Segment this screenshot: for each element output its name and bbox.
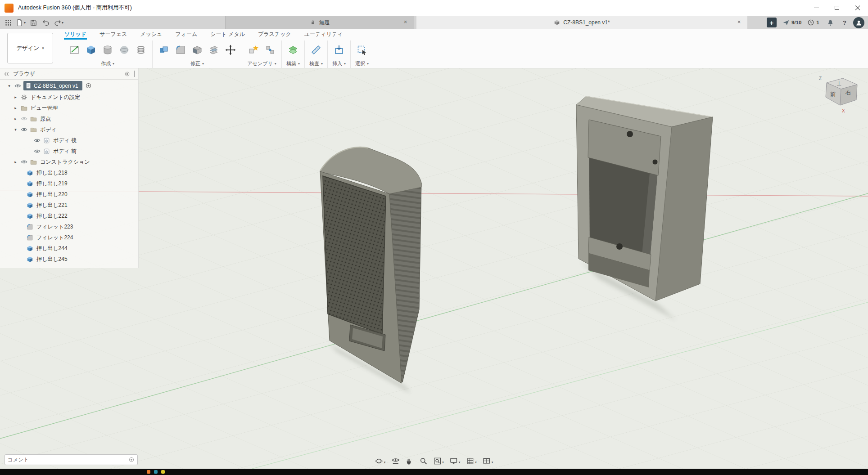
tab-mesh[interactable]: メッシュ [140, 30, 163, 40]
select-icon[interactable] [355, 43, 369, 57]
extension-timer[interactable]: 1 [807, 19, 819, 26]
feature-fillet-224[interactable]: フィレット224 [0, 232, 138, 243]
offset-face-icon[interactable] [207, 43, 221, 57]
active-document-chip[interactable]: CZ-8BS1_open v1 [23, 81, 82, 90]
tab-cz-8bs1-open[interactable]: CZ-8BS1_open v1* × [416, 16, 747, 29]
inspect-menu[interactable]: 検査▾ [309, 60, 323, 67]
tab-solid[interactable]: ソリッド [64, 30, 87, 40]
tree-item-bodies[interactable]: ▾ ボディ [0, 124, 138, 135]
create-sketch-icon[interactable] [68, 43, 81, 57]
display-settings-button[interactable]: ▾ [449, 456, 461, 466]
browser-root-node[interactable]: ▾ CZ-8BS1_open v1 [0, 80, 138, 92]
app-grid-icon[interactable] [3, 17, 14, 28]
comment-input[interactable] [8, 457, 128, 462]
new-design-tab-button[interactable]: + [767, 18, 777, 27]
cylinder-primitive-icon[interactable] [101, 43, 114, 57]
view-cube[interactable]: Z 上 前 右 X [817, 74, 862, 119]
pan-button[interactable] [404, 456, 414, 466]
tab-utilities[interactable]: ユーティリティ [304, 30, 344, 40]
tab-surface[interactable]: サーフェス [99, 30, 127, 40]
workspace-selector[interactable]: デザイン ▾ [7, 33, 53, 63]
visibility-eye-icon[interactable] [19, 117, 29, 121]
fillet-icon[interactable] [174, 43, 187, 57]
feature-extrude-218[interactable]: 押し出し218 [0, 167, 138, 178]
tab-close-icon[interactable]: × [402, 18, 409, 26]
feature-extrude-219[interactable]: 押し出し219 [0, 178, 138, 189]
look-at-button[interactable] [390, 456, 400, 466]
tab-untitled[interactable]: 無題 × [225, 16, 414, 29]
move-copy-icon[interactable] [224, 43, 237, 57]
feature-extrude-221[interactable]: 押し出し221 [0, 200, 138, 211]
modify-menu[interactable]: 修正▾ [190, 60, 204, 67]
tree-item-construction[interactable]: ▸ コンストラクション [0, 157, 138, 167]
visibility-eye-icon[interactable] [32, 138, 42, 143]
redo-button[interactable]: ▾ [53, 17, 64, 28]
maximize-button[interactable] [827, 0, 847, 16]
expand-arrow-icon[interactable]: ▸ [12, 117, 19, 121]
viewports-button[interactable]: ▾ [482, 456, 494, 466]
box-primitive-icon[interactable] [84, 43, 98, 57]
shell-icon[interactable] [190, 43, 204, 57]
feature-fillet-223[interactable]: フィレット223 [0, 221, 138, 232]
expand-arrow-icon[interactable]: ▾ [5, 84, 13, 88]
close-button[interactable] [847, 0, 868, 16]
measure-icon[interactable] [309, 43, 323, 57]
expand-arrow-icon[interactable]: ▸ [12, 160, 19, 164]
orbit-button[interactable]: ▾ [374, 456, 387, 466]
coil-primitive-icon[interactable] [134, 43, 148, 57]
visibility-eye-icon[interactable] [19, 127, 29, 132]
help-button[interactable]: ? [842, 19, 847, 26]
job-status[interactable]: 9/10 [782, 19, 801, 26]
comment-target-icon[interactable] [128, 457, 135, 463]
browser-options-icon[interactable] [124, 71, 130, 77]
zoom-button[interactable] [418, 456, 428, 466]
activate-component-radio[interactable] [85, 82, 92, 89]
tab-form[interactable]: フォーム [175, 30, 198, 40]
assemble-menu[interactable]: アセンブリ▾ [247, 60, 276, 67]
visibility-eye-icon[interactable] [19, 160, 29, 164]
tree-item-body-rear[interactable]: ボディ 後 [0, 135, 138, 146]
comment-box[interactable] [5, 454, 138, 465]
collapse-panel-icon[interactable] [4, 71, 9, 77]
select-menu[interactable]: 選択▾ [355, 60, 369, 67]
create-menu[interactable]: 作成▾ [101, 60, 114, 67]
construct-menu[interactable]: 構築▾ [286, 60, 300, 67]
tab-plastic[interactable]: プラスチック [258, 30, 292, 40]
speaker-mesh[interactable] [323, 176, 386, 334]
panel-drag-handle[interactable] [133, 71, 135, 77]
os-taskbar[interactable] [0, 469, 868, 475]
visibility-eye-icon[interactable] [13, 84, 23, 88]
feature-extrude-220[interactable]: 押し出し220 [0, 189, 138, 200]
feature-extrude-245[interactable]: 押し出し245 [0, 254, 138, 264]
tree-item-named-views[interactable]: ▸ ビュー管理 [0, 103, 138, 113]
feature-extrude-222[interactable]: 押し出し222 [0, 211, 138, 221]
construction-plane-icon[interactable] [286, 43, 300, 57]
tab-sheet-metal[interactable]: シート メタル [210, 30, 245, 40]
fit-button[interactable]: ▾ [432, 456, 445, 466]
sphere-primitive-icon[interactable] [118, 43, 131, 57]
press-pull-icon[interactable] [157, 43, 171, 57]
tree-item-body-front[interactable]: ボディ 前 [0, 146, 138, 157]
user-avatar[interactable] [853, 17, 864, 28]
save-button[interactable] [28, 17, 39, 28]
minimize-button[interactable] [806, 0, 827, 16]
expand-arrow-icon[interactable]: ▾ [12, 127, 19, 132]
expand-arrow-icon[interactable]: ▸ [12, 95, 19, 99]
new-component-icon[interactable] [247, 43, 260, 57]
tab-close-icon[interactable]: × [735, 18, 743, 26]
file-menu-button[interactable]: ▾ [15, 17, 26, 28]
insert-icon[interactable] [332, 43, 346, 57]
joint-icon[interactable] [263, 43, 277, 57]
visibility-eye-icon[interactable] [32, 149, 42, 153]
insert-menu[interactable]: 挿入▾ [332, 60, 346, 67]
notifications-button[interactable] [825, 17, 836, 28]
undo-button[interactable] [41, 17, 51, 28]
taskbar-app-icon[interactable] [147, 470, 150, 474]
taskbar-app-icon[interactable] [161, 470, 165, 474]
feature-extrude-244[interactable]: 押し出し244 [0, 243, 138, 254]
tree-item-document-settings[interactable]: ▸ ドキュメントの設定 [0, 92, 138, 103]
grid-snap-button[interactable]: ▾ [465, 456, 478, 466]
expand-arrow-icon[interactable]: ▸ [12, 106, 19, 110]
tree-item-origin[interactable]: ▸ 原点 [0, 113, 138, 124]
taskbar-app-icon[interactable] [154, 470, 158, 474]
